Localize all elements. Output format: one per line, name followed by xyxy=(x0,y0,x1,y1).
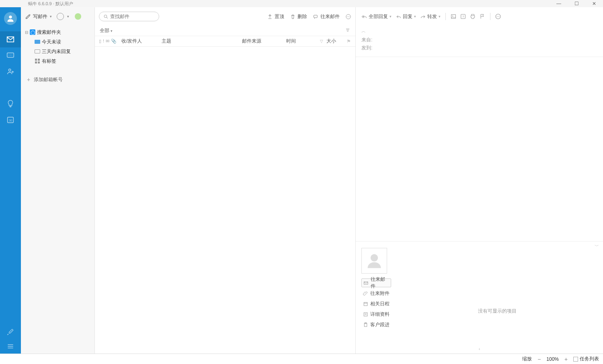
help-button[interactable]: ? xyxy=(459,13,468,20)
mail-list-pane: 置顶 删除 往来邮件 全部▾ ▯ xyxy=(95,7,356,354)
plus-icon: + xyxy=(26,76,31,83)
svg-point-8 xyxy=(104,15,107,18)
reply-button[interactable]: 回复▾ xyxy=(394,13,418,20)
nav-chat[interactable] xyxy=(0,47,21,63)
zoom-value: 100% xyxy=(546,356,559,362)
menu-button[interactable] xyxy=(0,339,21,354)
compose-button[interactable]: 写邮件 ▾ xyxy=(25,13,52,20)
statusbar: 缩放 − 100% + 任务列表 xyxy=(0,354,603,364)
titlebar: 蜗牛 6.6.0.9 · 默认用户 — ☐ ✕ xyxy=(0,0,603,7)
details-icon xyxy=(363,312,368,317)
search-box[interactable] xyxy=(99,12,159,21)
tree-item-today-unread[interactable]: 今天未读 xyxy=(23,37,92,47)
maximize-button[interactable]: ☐ xyxy=(568,1,585,6)
user-avatar[interactable] xyxy=(4,12,17,25)
col-size[interactable]: 大小 xyxy=(325,38,345,45)
contact-empty-text: 没有可显示的项目 xyxy=(391,276,603,346)
nav-mail[interactable] xyxy=(0,31,21,47)
folder-pane: 写邮件 ▾ ▾ ⊟ ◯ 搜索邮件夹 今天未读 三天内未回复 xyxy=(21,7,95,354)
zoom-out-button[interactable]: − xyxy=(536,356,542,362)
contact-panel-collapse[interactable]: ﹀ xyxy=(595,243,599,249)
list-column-header: ▯ ! ✉ 📎 收/发件人 主题 邮件来源 时间 ▽ 大小 ⚑ xyxy=(95,36,355,47)
reply-all-button[interactable]: 全部回复▾ xyxy=(360,13,393,20)
zoom-label: 缩放 xyxy=(522,356,532,362)
grid-icon xyxy=(35,59,40,63)
svg-point-15 xyxy=(452,16,453,16)
tree-item-no-reply-3d[interactable]: 三天内未回复 xyxy=(23,47,92,56)
zoom-in-button[interactable]: + xyxy=(563,356,569,362)
col-source[interactable]: 邮件来源 xyxy=(240,38,285,45)
tasklist-checkbox[interactable]: 任务列表 xyxy=(573,356,599,362)
svg-point-4 xyxy=(12,55,12,55)
compose-dropdown-caret[interactable]: ▾ xyxy=(50,14,52,18)
svg-text:?: ? xyxy=(462,15,464,18)
paperclip-icon xyxy=(363,291,368,296)
tree-collapse-icon[interactable]: ⊟ xyxy=(24,30,29,35)
nav-contacts[interactable] xyxy=(0,63,21,80)
svg-text:30: 30 xyxy=(9,119,12,122)
search-icon xyxy=(103,14,109,19)
contact-tab-mails[interactable]: 往来邮件 xyxy=(361,278,391,287)
preview-to-label: 发到: xyxy=(361,45,597,53)
svg-point-20 xyxy=(498,16,498,16)
col-importance-icon[interactable]: ! xyxy=(103,39,104,44)
conversation-button[interactable]: 往来邮件 xyxy=(313,13,340,20)
col-mail-icon[interactable]: ✉ xyxy=(106,39,109,44)
more-icon xyxy=(345,14,351,20)
flag-button[interactable] xyxy=(478,13,487,20)
preview-body xyxy=(356,57,603,241)
nav-ideas[interactable] xyxy=(0,96,21,112)
svg-rect-9 xyxy=(314,15,318,17)
checkbox-icon xyxy=(573,357,578,362)
add-account-button[interactable]: + 添加邮箱帐号 xyxy=(23,74,92,85)
close-button[interactable]: ✕ xyxy=(585,1,603,6)
preview-header-toggle[interactable]: ︿ xyxy=(361,28,597,34)
sort-desc-icon: ▽ xyxy=(320,39,323,43)
sync-dropdown-caret[interactable]: ▾ xyxy=(67,14,69,18)
print-button[interactable] xyxy=(468,13,477,20)
contact-tab-crm[interactable]: 客户跟进 xyxy=(361,320,391,329)
col-sender[interactable]: 收/发件人 xyxy=(120,38,160,45)
sync-button[interactable] xyxy=(57,13,64,20)
mail-list-body xyxy=(95,47,355,354)
reply-all-icon xyxy=(361,14,367,20)
contact-tab-attachments[interactable]: 往来附件 xyxy=(361,289,391,298)
preview-more-button[interactable] xyxy=(494,13,503,20)
status-indicator[interactable] xyxy=(75,13,81,20)
contact-panel-left-toggle[interactable]: ‹ xyxy=(356,346,603,354)
envelope-icon xyxy=(35,49,40,53)
col-flag-icon[interactable]: ⚑ xyxy=(345,39,353,44)
delete-button[interactable]: 删除 xyxy=(290,13,307,20)
col-read-icon[interactable]: ▯ xyxy=(99,39,101,44)
image-button[interactable] xyxy=(449,13,458,20)
nav-calendar[interactable]: 30 xyxy=(0,112,21,128)
filter-all-button[interactable]: 全部▾ xyxy=(100,27,113,34)
col-time[interactable]: 时间 ▽ xyxy=(285,38,325,45)
tree-search-folders[interactable]: ⊟ ◯ 搜索邮件夹 xyxy=(23,27,92,37)
folder-tree: ⊟ ◯ 搜索邮件夹 今天未读 三天内未回复 有标签 + xyxy=(21,26,94,87)
tree-item-tagged[interactable]: 有标签 xyxy=(23,56,92,66)
contact-panel: ﹀ 往来邮件 往来附件 xyxy=(356,241,603,354)
preview-header: ︿ 来自: 发到: xyxy=(356,26,603,57)
col-attachment-icon[interactable]: 📎 xyxy=(111,39,117,44)
minimize-button[interactable]: — xyxy=(550,1,568,6)
app-title: 蜗牛 6.6.0.9 · 默认用户 xyxy=(28,1,73,7)
settings-button[interactable] xyxy=(0,325,21,339)
search-input[interactable] xyxy=(110,14,154,19)
svg-point-2 xyxy=(8,55,9,55)
col-subject[interactable]: 主题 xyxy=(160,38,240,45)
contact-tab-details[interactable]: 详细资料 xyxy=(361,310,391,319)
sort-button[interactable] xyxy=(345,27,351,34)
svg-point-13 xyxy=(349,16,349,16)
contact-tabs: 往来邮件 往来附件 相关日程 详细资料 xyxy=(361,278,391,346)
trash-icon xyxy=(290,14,296,20)
list-filter-bar: 全部▾ xyxy=(95,26,355,36)
list-more-button[interactable] xyxy=(345,14,351,20)
forward-button[interactable]: 转发▾ xyxy=(418,13,442,20)
pin-top-button[interactable]: 置顶 xyxy=(267,13,284,20)
contact-tab-schedule[interactable]: 相关日程 xyxy=(361,299,391,308)
svg-point-21 xyxy=(499,16,499,16)
svg-point-12 xyxy=(348,16,349,16)
calendar-icon xyxy=(363,301,368,307)
preview-toolbar: 全部回复▾ 回复▾ 转发▾ ? xyxy=(356,7,603,26)
